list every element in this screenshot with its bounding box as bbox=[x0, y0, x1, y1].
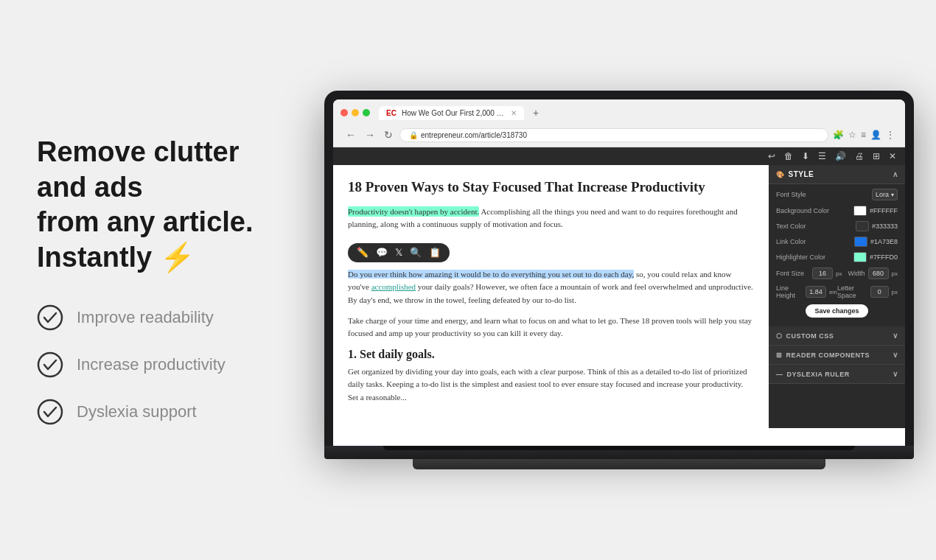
profile-icon[interactable]: 👤 bbox=[870, 130, 881, 140]
accomplished-link[interactable]: accomplished bbox=[371, 282, 416, 291]
hero-line2: from any article. bbox=[37, 206, 254, 237]
back-button[interactable]: ← bbox=[343, 127, 358, 142]
text-color-label: Text Color bbox=[776, 223, 806, 230]
save-changes-button[interactable]: Save changes bbox=[806, 304, 867, 318]
highlight-2: Do you ever think how amazing it would b… bbox=[348, 270, 634, 279]
tab-bar: EC How We Got Our First 2,000 C... ✕ + bbox=[340, 105, 898, 120]
article-para-1: Productivity doesn't happen by accident.… bbox=[348, 206, 754, 231]
browser-tab[interactable]: EC How We Got Our First 2,000 C... ✕ bbox=[379, 106, 524, 120]
line-height-input[interactable]: 1.84 bbox=[806, 286, 826, 298]
line-height-control: Line Height 1.84 em bbox=[776, 284, 837, 299]
ann-pen-icon[interactable]: ✏️ bbox=[357, 247, 369, 259]
custom-css-label: CUSTOM CSS bbox=[786, 332, 834, 340]
traffic-lights bbox=[340, 109, 370, 116]
reader-components-section[interactable]: ⊞ READER COMPONENTS ∨ bbox=[769, 346, 905, 365]
maximize-button[interactable] bbox=[363, 109, 370, 116]
highlighter-control[interactable]: #7FFFD0 bbox=[853, 252, 898, 262]
line-height-letter-row: Line Height 1.84 em Letter Space 0 px bbox=[776, 284, 898, 299]
font-style-value: Lora bbox=[876, 191, 889, 198]
ann-comment-icon[interactable]: 💬 bbox=[376, 247, 388, 259]
font-style-label: Font Style bbox=[776, 191, 806, 198]
font-size-control: 16 px Width 680 px bbox=[812, 267, 898, 279]
letter-space-unit: px bbox=[892, 289, 898, 295]
tab-favicon: EC bbox=[386, 109, 397, 117]
laptop-stand bbox=[413, 459, 825, 469]
address-bar[interactable]: 🔒 entrepreneur.com/article/318730 bbox=[399, 128, 828, 142]
browser-chrome: EC How We Got Our First 2,000 C... ✕ + ←… bbox=[333, 99, 905, 147]
reader-grid-btn[interactable]: ⊞ bbox=[871, 150, 881, 163]
font-size-input[interactable]: 16 bbox=[812, 267, 833, 279]
reader-toc-btn[interactable]: ☰ bbox=[817, 150, 828, 163]
ann-twitter-icon[interactable]: 𝕏 bbox=[395, 247, 402, 259]
reader-components-chevron[interactable]: ∨ bbox=[893, 351, 898, 359]
highlighter-color-row: Highlighter Color #7FFFD0 bbox=[776, 252, 898, 262]
address-bar-row: ← → ↻ 🔒 entrepreneur.com/article/318730 … bbox=[340, 125, 898, 147]
width-label: Width bbox=[848, 270, 865, 277]
highlighter-label: Highlighter Color bbox=[776, 253, 825, 261]
reader-audio-btn[interactable]: 🔊 bbox=[834, 150, 848, 163]
text-color-control[interactable]: #333333 bbox=[856, 221, 898, 231]
dyslexia-icon: — bbox=[776, 371, 783, 378]
reader-close-btn[interactable]: ✕ bbox=[887, 150, 898, 163]
css-icon: ⬡ bbox=[776, 332, 783, 340]
reader-download-btn[interactable]: ⬇ bbox=[800, 150, 811, 163]
tab-close-icon[interactable]: ✕ bbox=[511, 109, 517, 117]
reader-icon[interactable]: ≡ bbox=[861, 130, 866, 140]
minimize-button[interactable] bbox=[352, 109, 359, 116]
feature-item-productivity: Increase productivity bbox=[37, 351, 280, 378]
letter-space-label: Letter Space bbox=[837, 284, 867, 299]
line-height-unit: em bbox=[829, 289, 837, 295]
close-button[interactable] bbox=[340, 109, 348, 116]
dyslexia-ruler-label: DYSLEXIA RULER bbox=[787, 371, 850, 378]
font-style-select[interactable]: Lora ▾ bbox=[872, 189, 898, 200]
link-color-swatch[interactable] bbox=[854, 237, 867, 247]
forward-button[interactable]: → bbox=[363, 127, 377, 142]
text-color-hex: #333333 bbox=[872, 223, 898, 230]
width-input[interactable]: 680 bbox=[868, 267, 889, 279]
bookmark-icon[interactable]: ☆ bbox=[848, 130, 856, 140]
reader-delete-btn[interactable]: 🗑 bbox=[783, 150, 794, 163]
font-style-row: Font Style Lora ▾ bbox=[776, 189, 898, 200]
bg-color-control[interactable]: #FFFFFF bbox=[853, 206, 898, 216]
dyslexia-ruler-section[interactable]: — DYSLEXIA RULER ∨ bbox=[769, 365, 905, 384]
dyslexia-ruler-chevron[interactable]: ∨ bbox=[893, 370, 898, 378]
style-panel-header[interactable]: 🎨 STYLE ∧ bbox=[769, 165, 905, 184]
link-color-control[interactable]: #1A73E8 bbox=[854, 237, 898, 247]
highlight-1: Productivity doesn't happen by accident. bbox=[348, 206, 479, 217]
svg-point-1 bbox=[38, 353, 62, 377]
link-color-label: Link Color bbox=[776, 238, 806, 245]
extensions-icon[interactable]: 🧩 bbox=[833, 130, 844, 140]
bg-color-swatch[interactable] bbox=[853, 206, 867, 216]
letter-space-input[interactable]: 0 bbox=[870, 286, 888, 298]
bg-color-hex: #FFFFFF bbox=[870, 207, 898, 214]
letter-space-control: Letter Space 0 px bbox=[837, 284, 898, 299]
laptop-base bbox=[324, 446, 914, 459]
font-select-chevron: ▾ bbox=[891, 192, 894, 198]
line-height-label: Line Height bbox=[776, 284, 803, 299]
reader-print-btn[interactable]: 🖨 bbox=[853, 150, 865, 163]
hero-line3: Instantly bbox=[37, 242, 152, 273]
ann-copy-icon[interactable]: 📋 bbox=[429, 247, 441, 259]
highlighter-swatch[interactable] bbox=[853, 252, 867, 262]
feature-label-dyslexia: Dyslexia support bbox=[77, 402, 197, 421]
text-color-swatch[interactable] bbox=[856, 221, 869, 231]
lock-icon: 🔒 bbox=[409, 131, 418, 139]
font-size-unit: px bbox=[836, 270, 842, 277]
new-tab-button[interactable]: + bbox=[528, 105, 543, 120]
menu-icon[interactable]: ⋮ bbox=[886, 130, 895, 140]
custom-css-section[interactable]: ⬡ CUSTOM CSS ∨ bbox=[769, 326, 905, 346]
annotation-popup[interactable]: ✏️ 💬 𝕏 🔍 📋 bbox=[348, 243, 450, 262]
reader-comp-icon: ⊞ bbox=[776, 351, 783, 359]
article-title: 18 Proven Ways to Stay Focused That Incr… bbox=[348, 178, 754, 197]
svg-point-2 bbox=[38, 400, 62, 424]
laptop-frame: EC How We Got Our First 2,000 C... ✕ + ←… bbox=[324, 91, 914, 469]
reader-undo-btn[interactable]: ↩ bbox=[766, 150, 777, 163]
custom-css-chevron[interactable]: ∨ bbox=[893, 332, 898, 340]
features-list: Improve readability Increase productivit… bbox=[37, 304, 280, 425]
style-header-label: STYLE bbox=[789, 170, 814, 178]
feature-item-readability: Improve readability bbox=[37, 304, 280, 331]
ann-search-icon[interactable]: 🔍 bbox=[410, 247, 422, 259]
laptop-hinge bbox=[383, 446, 855, 450]
refresh-button[interactable]: ↻ bbox=[382, 127, 395, 142]
style-chevron-up[interactable]: ∧ bbox=[893, 170, 898, 178]
